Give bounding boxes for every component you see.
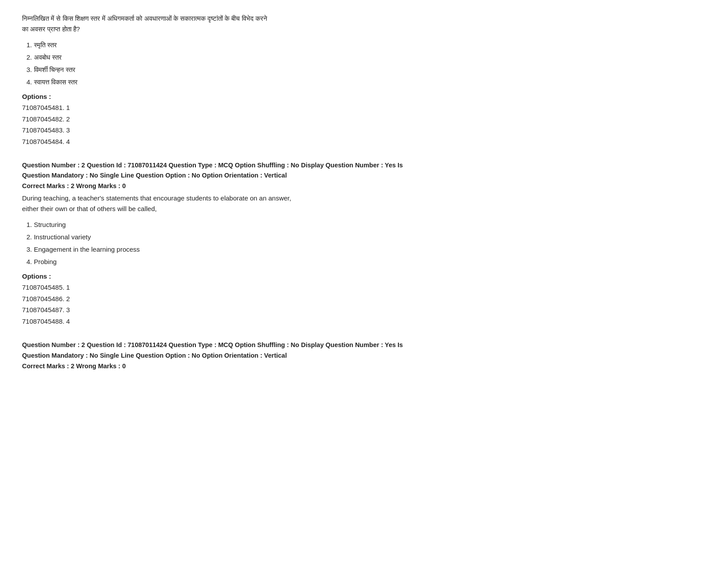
option-id-item: 71087045486. 2 (22, 293, 706, 305)
options-label-1: Options : (22, 93, 706, 100)
option-id-item: 71087045483. 3 (22, 125, 706, 136)
option-ids-2: 71087045485. 1 71087045486. 2 7108704548… (22, 282, 706, 327)
option-id-item: 71087045487. 3 (22, 304, 706, 316)
options-label-2: Options : (22, 272, 706, 280)
choice-item: 2. अवबोध स्तर (26, 52, 706, 63)
question-text-2: During teaching, a teacher's statements … (22, 193, 706, 214)
choice-item: 4. Probing (26, 257, 706, 267)
choice-item: 3. विमर्शी चिन्हन स्तर (26, 64, 706, 75)
question-block-3: Question Number : 2 Question Id : 710870… (22, 340, 706, 369)
choice-item: 1. स्मृति स्तर (26, 40, 706, 50)
marks-info-3: Correct Marks : 2 Wrong Marks : 0 (22, 363, 706, 370)
question-text-line2: का अवसर प्राप्त होता है? (22, 25, 80, 33)
question-text-line2-q2: either their own or that of others will … (22, 205, 157, 212)
choice-item: 2. Instructional variety (26, 232, 706, 242)
question-meta-3: Question Number : 2 Question Id : 710870… (22, 340, 706, 360)
question-text-1: निम्नलिखित में से किस शिक्षण स्तर में अध… (22, 13, 706, 34)
question-block-2: Question Number : 2 Question Id : 710870… (22, 160, 706, 327)
question-text-line1: निम्नलिखित में से किस शिक्षण स्तर में अध… (22, 15, 267, 22)
question-meta-2: Question Number : 2 Question Id : 710870… (22, 160, 706, 181)
option-id-item: 71087045484. 4 (22, 136, 706, 147)
choices-list-2: 1. Structuring 2. Instructional variety … (26, 219, 706, 267)
option-id-item: 71087045481. 1 (22, 102, 706, 113)
meta-line2: Question Mandatory : No Single Line Ques… (22, 170, 706, 181)
choice-item: 3. Engagement in the learning process (26, 244, 706, 255)
meta-line1-q3: Question Number : 2 Question Id : 710870… (22, 340, 706, 350)
choices-list-1: 1. स्मृति स्तर 2. अवबोध स्तर 3. विमर्शी … (26, 40, 706, 87)
meta-line1: Question Number : 2 Question Id : 710870… (22, 160, 706, 170)
meta-line2-q3: Question Mandatory : No Single Line Ques… (22, 351, 706, 361)
marks-info-2: Correct Marks : 2 Wrong Marks : 0 (22, 182, 706, 189)
choice-item: 4. स्वायत्त विकास स्तर (26, 77, 706, 87)
question-block-1: निम्नलिखित में से किस शिक्षण स्तर में अध… (22, 13, 706, 147)
option-id-item: 71087045482. 2 (22, 113, 706, 125)
option-ids-1: 71087045481. 1 71087045482. 2 7108704548… (22, 102, 706, 147)
option-id-item: 71087045488. 4 (22, 316, 706, 327)
question-text-line1-q2: During teaching, a teacher's statements … (22, 194, 291, 202)
choice-item: 1. Structuring (26, 219, 706, 230)
option-id-item: 71087045485. 1 (22, 282, 706, 293)
